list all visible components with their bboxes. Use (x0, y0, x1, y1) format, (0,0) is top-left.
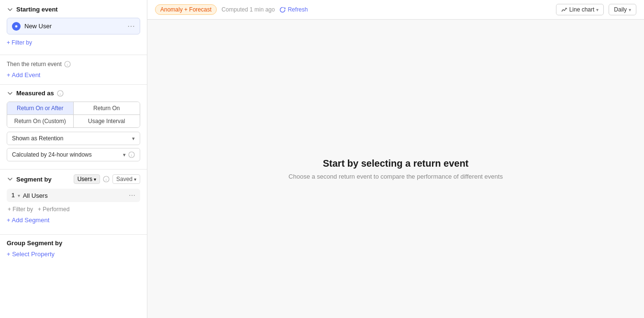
return-event-label: Then the return event i (7, 61, 140, 68)
top-bar: Anomaly + Forecast Computed 1 min ago Re… (147, 0, 644, 20)
svg-point-1 (15, 25, 17, 27)
segment-more-icon[interactable]: ⋯ (129, 192, 135, 199)
tab-usage-interval[interactable]: Usage Interval (74, 115, 140, 127)
saved-badge[interactable]: Saved ▾ (112, 174, 140, 184)
add-segment-btn[interactable]: + Add Segment (7, 216, 140, 224)
svg-text:i: i (60, 91, 61, 96)
left-panel: Starting event New User ⋯ + Filter by Th… (0, 0, 147, 318)
segment-performed-btn[interactable]: + Performed (38, 206, 69, 213)
users-badge[interactable]: Users ▾ (74, 174, 100, 184)
segment-by-section: Segment by Users ▾ i Saved ▾ 1 ▾ All Use… (0, 170, 147, 235)
segment-expand-icon[interactable]: ▾ (18, 193, 20, 198)
chevron-down-icon-segment (7, 176, 13, 182)
calc-info-icon[interactable]: i (128, 151, 135, 158)
starting-event-section: Starting event New User ⋯ + Filter by (0, 0, 147, 55)
calculated-by-dropdown[interactable]: Calculated by 24-hour windows ▾ i (7, 148, 140, 161)
shown-as-arrow: ▾ (132, 136, 135, 142)
segment-row: 1 ▾ All Users ⋯ (7, 189, 140, 202)
event-name: New User (24, 23, 123, 30)
calculated-by-label: Calculated by 24-hour windows (12, 151, 92, 158)
measured-as-title: Measured as (16, 90, 54, 97)
refresh-btn[interactable]: Refresh (279, 6, 308, 13)
refresh-icon (279, 7, 286, 13)
daily-label: Daily (614, 6, 627, 13)
measured-info-icon[interactable]: i (57, 90, 64, 97)
measured-as-tabs: Return On or After Return On Return On (… (7, 102, 140, 128)
anomaly-badge[interactable]: Anomaly + Forecast (155, 4, 217, 15)
segment-number: 1 (11, 192, 15, 199)
computed-text: Computed 1 min ago (222, 6, 275, 13)
chevron-down-icon (7, 6, 13, 13)
segment-info-icon[interactable]: i (103, 176, 110, 182)
svg-text:i: i (106, 178, 107, 182)
starting-event-header[interactable]: Starting event (7, 6, 140, 13)
main-title: Start by selecting a return event (323, 158, 469, 169)
measured-as-section: Measured as i Return On or After Return … (0, 85, 147, 170)
group-segment-title: Group Segment by (7, 239, 140, 247)
event-icon (12, 22, 21, 31)
segment-name: All Users (23, 192, 126, 199)
filter-by-btn[interactable]: + Filter by (7, 38, 140, 47)
shown-as-dropdown[interactable]: Shown as Retention ▾ (7, 132, 140, 145)
refresh-label: Refresh (288, 6, 308, 13)
daily-chevron: ▾ (629, 7, 631, 12)
main-content: Start by selecting a return event Choose… (147, 20, 644, 318)
more-options-icon[interactable]: ⋯ (127, 22, 135, 31)
daily-btn[interactable]: Daily ▾ (609, 4, 636, 15)
segment-by-header: Segment by Users ▾ i Saved ▾ (7, 174, 140, 184)
line-chart-btn[interactable]: Line chart ▾ (556, 4, 604, 15)
select-property-btn[interactable]: + Select Property (7, 250, 140, 258)
event-item[interactable]: New User ⋯ (7, 18, 140, 34)
segment-actions: + Filter by + Performed (7, 206, 140, 213)
group-segment-section: Group Segment by + Select Property (0, 235, 147, 264)
line-chart-icon (561, 7, 567, 13)
line-chart-chevron: ▾ (596, 7, 599, 12)
starting-event-title: Starting event (16, 6, 58, 13)
tab-return-on-custom[interactable]: Return On (Custom) (7, 115, 74, 127)
segment-by-title: Segment by (16, 176, 71, 183)
svg-text:i: i (131, 153, 132, 158)
svg-text:i: i (67, 63, 68, 67)
measured-as-header[interactable]: Measured as i (7, 90, 140, 97)
main-subtitle: Choose a second return event to compare … (289, 173, 503, 180)
calculated-by-arrow: ▾ (123, 152, 126, 158)
info-icon[interactable]: i (64, 61, 71, 68)
chevron-down-icon-measured (7, 90, 13, 97)
tab-return-on-or-after[interactable]: Return On or After (7, 102, 74, 115)
segment-filter-by-btn[interactable]: + Filter by (8, 206, 33, 213)
tab-return-on[interactable]: Return On (74, 102, 140, 115)
right-panel: Anomaly + Forecast Computed 1 min ago Re… (147, 0, 644, 318)
add-event-btn[interactable]: + Add Event (7, 71, 140, 79)
shown-as-label: Shown as Retention (12, 135, 63, 142)
return-event-section: Then the return event i + Add Event (0, 55, 147, 85)
line-chart-label: Line chart (569, 6, 595, 13)
